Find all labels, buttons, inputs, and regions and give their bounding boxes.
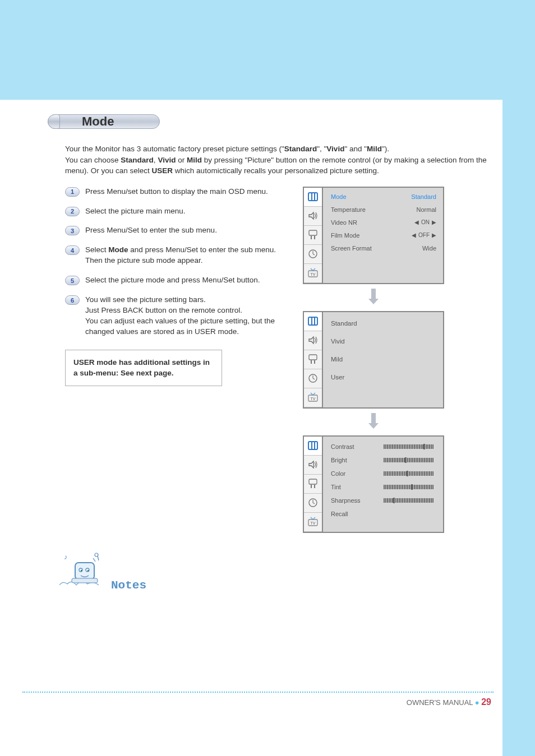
step-text: Select Mode and press Menu/Set to enter …: [85, 245, 283, 266]
svg-rect-24: [314, 442, 315, 449]
osd-label: Video NR: [331, 219, 357, 226]
svg-marker-10: [368, 299, 379, 304]
osd-slider-row: Sharpness: [331, 497, 436, 504]
osd-slider-row: Tint: [331, 484, 436, 490]
osd-mode-item: Mild: [331, 356, 436, 363]
step-row: 5Select the picture mode and press Menu/…: [65, 275, 283, 286]
down-arrow-icon: [303, 413, 444, 430]
step-row: 1Press Menu/set button to display the ma…: [65, 187, 283, 197]
osd-label: Temperature: [331, 206, 366, 213]
osd-tab-install: [304, 350, 322, 369]
osd-tab-tv: TV: [304, 388, 322, 407]
step-text: Press Menu/Set to enter the sub menu.: [85, 225, 217, 236]
svg-text:♪: ♪: [64, 553, 67, 561]
slider-thumb: [393, 498, 395, 503]
step-number: 4: [65, 245, 80, 255]
step-number: 6: [65, 295, 80, 305]
osd-label: Screen Format: [331, 245, 372, 252]
svg-rect-27: [314, 485, 315, 488]
step-row: 3Press Menu/Set to enter the sub menu.: [65, 225, 283, 236]
osd-row: ModeStandard: [331, 193, 436, 200]
osd-mode-item: Standard: [331, 320, 436, 327]
osd-slider-row: Bright: [331, 457, 436, 463]
svg-rect-5: [314, 236, 315, 239]
page-number: 29: [481, 697, 491, 707]
osd-tab-picture: [304, 188, 322, 207]
slider-thumb: [405, 457, 407, 463]
osd-value: Standard: [411, 193, 436, 200]
svg-text:TV: TV: [311, 397, 316, 401]
osd-panel-mode-list: TV StandardVividMildUser: [303, 311, 444, 409]
osd-tab-tv: TV: [304, 264, 322, 283]
svg-rect-14: [309, 355, 317, 360]
osd-value: Normal: [417, 206, 436, 213]
page-content: Mode Your the Monitor has 3 automatic fa…: [0, 100, 502, 536]
osd-slider-row: Color: [331, 470, 436, 477]
svg-text:TV: TV: [311, 521, 316, 525]
osd-row: Video NR◀ON▶: [331, 219, 436, 226]
note-box: USER mode has additional settings in a s…: [65, 350, 222, 386]
osd-value: ◀ON▶: [414, 219, 436, 225]
svg-rect-15: [311, 360, 312, 364]
osd-mode-item: Vivid: [331, 338, 436, 345]
osd-label: Tint: [331, 484, 341, 490]
osd-slider-row: Recall: [331, 511, 436, 517]
osd-tab-sound: [304, 456, 322, 475]
steps-column: 1Press Menu/set button to display the ma…: [65, 187, 283, 536]
osd-tab-install: [304, 226, 322, 245]
osd-mode-item: User: [331, 374, 436, 381]
osd-tab-tv: TV: [304, 513, 322, 532]
step-number: 3: [65, 226, 80, 235]
page-footer: OWNER'S MANUAL ● 29: [407, 697, 491, 707]
osd-label: Film Mode: [331, 232, 359, 239]
step-text: Select the picture mode and press Menu/S…: [85, 275, 260, 286]
osd-row: TemperatureNormal: [331, 206, 436, 213]
osd-tab-install: [304, 475, 322, 494]
step-row: 2Select the picture main menu.: [65, 206, 283, 217]
footer-divider: [22, 692, 494, 693]
section-heading: Mode: [48, 114, 160, 129]
osd-label: Contrast: [331, 443, 354, 450]
osd-sidebar: TV: [303, 435, 322, 533]
pill-cap-icon: [48, 114, 60, 129]
slider-thumb: [423, 444, 425, 449]
intro-paragraph: Your the Monitor has 3 automatic factory…: [65, 143, 491, 177]
osd-panel-picture-main: TV ModeStandardTemperatureNormalVideo NR…: [303, 187, 444, 284]
svg-point-34: [81, 570, 82, 571]
osd-column: TV ModeStandardTemperatureNormalVideo NR…: [303, 187, 444, 536]
slider-track: [384, 444, 436, 449]
slider-thumb: [411, 484, 413, 490]
osd-label: Recall: [331, 511, 348, 517]
osd-value: ◀OFF▶: [412, 232, 436, 238]
svg-rect-3: [309, 230, 317, 235]
step-text: Select the picture main menu.: [85, 206, 186, 217]
svg-rect-25: [309, 479, 317, 484]
osd-row: Screen FormatWide: [331, 245, 436, 252]
svg-text:TV: TV: [311, 272, 316, 276]
step-row: 6You will see the picture setting bars.J…: [65, 295, 283, 337]
osd-body: ModeStandardTemperatureNormalVideo NR◀ON…: [322, 187, 444, 284]
slider-track: [384, 458, 436, 462]
svg-rect-26: [311, 485, 312, 488]
svg-marker-21: [368, 423, 379, 429]
step-row: 4Select Mode and press Menu/Set to enter…: [65, 245, 283, 266]
osd-body: ContrastBrightColorTintSharpnessRecall: [322, 435, 444, 533]
section-title: Mode: [82, 114, 114, 129]
right-band: [502, 0, 535, 756]
svg-rect-16: [314, 360, 315, 364]
down-arrow-icon: [303, 289, 444, 305]
step-number: 2: [65, 207, 80, 216]
osd-label: Color: [331, 470, 345, 477]
svg-rect-13: [314, 317, 315, 325]
svg-rect-23: [311, 442, 312, 449]
osd-value: Wide: [422, 245, 436, 252]
svg-point-35: [87, 570, 89, 571]
osd-tab-sound: [304, 331, 322, 350]
osd-tab-time: [304, 494, 322, 513]
svg-rect-0: [308, 193, 317, 201]
osd-row: Film Mode◀OFF▶: [331, 232, 436, 239]
osd-label: Bright: [331, 457, 347, 463]
osd-sidebar: TV: [303, 187, 322, 284]
slider-thumb: [407, 471, 408, 476]
svg-rect-4: [311, 236, 312, 239]
